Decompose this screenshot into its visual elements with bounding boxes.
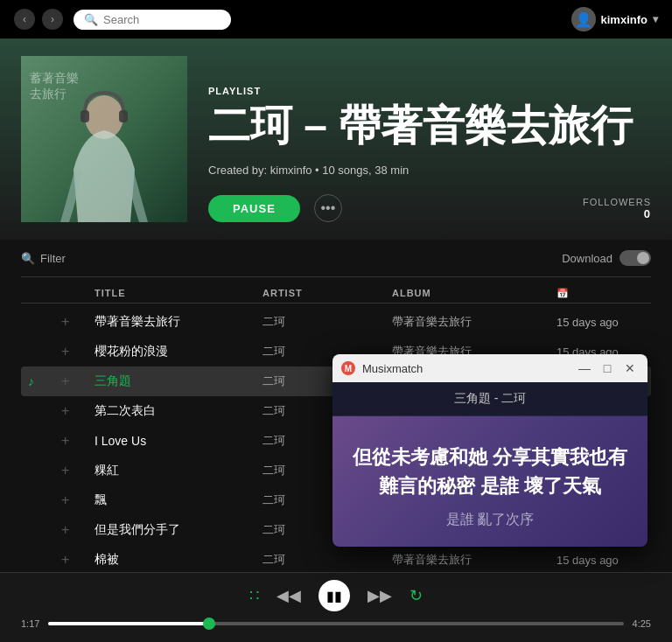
track-album: 帶著音樂去旅行 (392, 314, 550, 330)
search-bar[interactable]: 🔍 (74, 10, 231, 30)
track-artist: 二珂 (262, 552, 385, 568)
shuffle-button[interactable]: ∷ (249, 586, 259, 605)
col-title-header: TITLE (94, 288, 256, 299)
progress-track[interactable] (48, 622, 623, 625)
close-button[interactable]: ✕ (621, 359, 639, 377)
nav-buttons: ‹ › (14, 9, 63, 30)
svg-text:蓄著音樂: 蓄著音樂 (30, 72, 79, 85)
filter-label: Filter (40, 252, 66, 265)
download-toggle[interactable] (620, 250, 651, 266)
play-pause-button[interactable]: ▮▮ (318, 580, 350, 611)
avatar: 👤 (571, 7, 596, 31)
track-album: 帶著音樂去旅行 (392, 552, 550, 568)
track-name: 粿紅 (94, 463, 256, 478)
player-controls: ∷ ◀◀ ▮▮ ▶▶ ↻ (21, 580, 651, 611)
track-name: 三角題 (94, 373, 256, 389)
time-current: 1:17 (21, 618, 39, 629)
followers-label: FOLLOWERS (583, 197, 651, 207)
track-add-button[interactable]: + (61, 463, 88, 478)
repeat-button[interactable]: ↻ (410, 586, 423, 605)
popup-titlebar: M Musixmatch — □ ✕ (332, 354, 648, 382)
popup-song-title: 三角題 - 二珂 (332, 382, 648, 416)
download-label: Download (562, 252, 612, 265)
playlist-info: PLAYLIST 二珂 – 帶著音樂去旅行 Created by: kimxin… (208, 86, 651, 222)
track-add-button[interactable]: + (61, 492, 88, 508)
bottom-player: ∷ ◀◀ ▮▮ ▶▶ ↻ 1:17 4:25 (0, 572, 672, 642)
col-artist-header: ARTIST (262, 288, 385, 299)
musixmatch-icon: M (341, 361, 355, 375)
playlist-meta: Created by: kimxinfo • 10 songs, 38 min (208, 164, 651, 177)
user-profile[interactable]: 👤 kimxinfo ▾ (571, 7, 658, 31)
maximize-button[interactable]: □ (598, 359, 616, 377)
username-label: kimxinfo (601, 13, 648, 26)
svg-rect-3 (119, 110, 128, 122)
track-row[interactable]: +帶著音樂去旅行二珂帶著音樂去旅行15 days ago (21, 307, 651, 337)
chevron-down-icon: ▾ (653, 13, 658, 25)
musixmatch-popup: M Musixmatch — □ ✕ 三角題 - 二珂 但從未考慮和她 分享其實… (332, 354, 648, 547)
top-right-area: 👤 kimxinfo ▾ (571, 7, 658, 31)
col-album-header: ALBUM (392, 288, 550, 299)
pause-button[interactable]: PAUSE (208, 195, 300, 222)
track-add-button[interactable]: + (61, 403, 88, 419)
track-date: 15 days ago (556, 554, 644, 567)
progress-fill (48, 622, 209, 625)
track-add-button[interactable]: + (61, 373, 88, 389)
previous-button[interactable]: ◀◀ (276, 586, 301, 605)
playlist-title: 二珂 – 帶著音樂去旅行 (208, 103, 651, 150)
progress-cursor (203, 618, 215, 630)
playlist-type-label: PLAYLIST (208, 86, 651, 96)
col-date-header: 📅 (556, 288, 644, 299)
track-name: I Love Us (94, 434, 256, 448)
svg-rect-2 (80, 110, 89, 122)
track-row[interactable]: +棉被二珂帶著音樂去旅行15 days ago (21, 545, 651, 572)
download-control: Download (562, 250, 651, 266)
progress-bar-container: 1:17 4:25 (21, 618, 651, 629)
track-add-button[interactable]: + (61, 552, 88, 568)
track-list-controls: 🔍 Filter Download (21, 240, 651, 277)
search-input[interactable] (103, 13, 217, 26)
track-name: 第二次表白 (94, 403, 256, 419)
track-add-button[interactable]: + (61, 314, 88, 330)
more-options-button[interactable]: ••• (314, 194, 342, 222)
track-playing-cell: ♪ (28, 374, 54, 388)
track-artist: 二珂 (262, 314, 385, 330)
time-total: 4:25 (633, 618, 651, 629)
playlist-header: 二珂 (0, 38, 672, 240)
lyrics-main-text: 但從未考慮和她 分享其實我也有難言的秘密 是誰 壞了天氣 (350, 443, 630, 500)
playing-icon: ♪ (28, 374, 34, 388)
search-icon: 🔍 (84, 13, 98, 26)
track-table-header: TITLE ARTIST ALBUM 📅 (21, 284, 651, 304)
popup-lyrics-main: 但從未考慮和她 分享其實我也有難言的秘密 是誰 壞了天氣 是誰 亂了次序 (332, 416, 648, 547)
track-name: 飄 (94, 492, 256, 508)
track-name: 但是我們分手了 (94, 522, 256, 538)
top-bar: ‹ › 🔍 👤 kimxinfo ▾ (0, 0, 672, 38)
svg-text:去旅行: 去旅行 (30, 87, 66, 101)
playlist-cover: 二珂 (21, 56, 187, 222)
minimize-button[interactable]: — (576, 359, 593, 377)
popup-title: Musixmatch (362, 362, 569, 375)
track-date: 15 days ago (556, 316, 644, 329)
forward-button[interactable]: › (42, 9, 63, 30)
followers-count: 0 (583, 207, 651, 220)
track-name: 棉被 (94, 552, 256, 568)
lyrics-next-text: 是誰 亂了次序 (446, 511, 534, 529)
track-add-button[interactable]: + (61, 433, 88, 449)
filter-search[interactable]: 🔍 Filter (21, 252, 66, 265)
track-add-button[interactable]: + (61, 344, 88, 359)
track-name: 櫻花粉的浪漫 (94, 344, 256, 359)
next-button[interactable]: ▶▶ (368, 586, 392, 605)
track-add-button[interactable]: + (61, 522, 88, 538)
track-name: 帶著音樂去旅行 (94, 314, 256, 330)
followers-info: FOLLOWERS 0 (583, 197, 651, 220)
filter-icon: 🔍 (21, 252, 35, 265)
back-button[interactable]: ‹ (14, 9, 35, 30)
popup-window-controls: — □ ✕ (576, 359, 639, 377)
playlist-actions: PAUSE ••• FOLLOWERS 0 (208, 194, 651, 222)
